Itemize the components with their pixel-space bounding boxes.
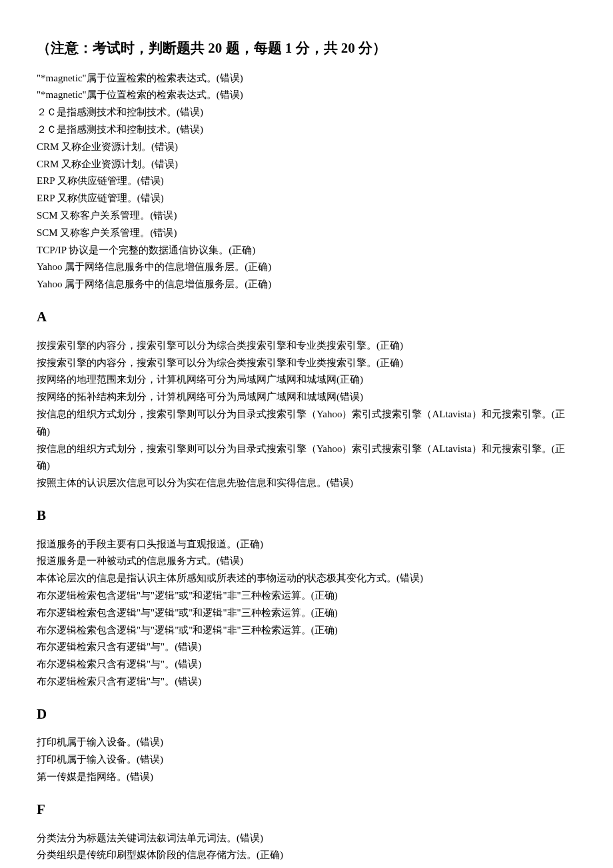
question-line: 布尔逻辑检索只含有逻辑"与"。(错误) [37,656,576,673]
intro-line: CRM 又称企业资源计划。(错误) [37,139,576,156]
intro-line: ERP 又称供应链管理。(错误) [37,190,576,207]
question-line: 报道服务是一种被动式的信息服务方式。(错误) [37,553,576,570]
question-line: 布尔逻辑检索只含有逻辑"与"。(错误) [37,673,576,691]
question-line: 按搜索引擎的内容分，搜索引擎可以分为综合类搜索引擎和专业类搜索引擎。(正确) [37,337,576,355]
intro-line: "*magnetic"属于位置检索的检索表达式。(错误) [37,87,576,104]
section-heading: B [37,504,576,528]
question-line: 按网络的拓补结构来划分，计算机网络可分为局域网广域网和城域网(错误) [37,389,576,406]
intro-line: CRM 又称企业资源计划。(错误) [37,156,576,173]
question-line: 按搜索引擎的内容分，搜索引擎可以分为综合类搜索引擎和专业类搜索引擎。(正确) [37,355,576,372]
intro-line: ２Ｃ是指感测技术和控制技术。(错误) [37,104,576,121]
intro-line: TCP/IP 协议是一个完整的数据通信协议集。(正确) [37,242,576,259]
question-line: 布尔逻辑检索包含逻辑"与"逻辑"或"和逻辑"非"三种检索运算。(正确) [37,605,576,622]
question-line: 布尔逻辑检索只含有逻辑"与"。(错误) [37,639,576,656]
question-line: 本体论层次的信息是指认识主体所感知或所表述的事物运动的状态极其变化方式。(错误) [37,570,576,587]
section-heading: D [37,703,576,727]
intro-line: "*magnetic"属于位置检索的检索表达式。(错误) [37,70,576,87]
question-line: 按照主体的认识层次信息可以分为实在信息先验信息和实得信息。(错误) [37,475,576,492]
section-heading: A [37,305,576,329]
section-block: 按搜索引擎的内容分，搜索引擎可以分为综合类搜索引擎和专业类搜索引擎。(正确)按搜… [37,337,576,492]
question-line: 按信息的组织方式划分，搜索引擎则可以分为目录式搜索引擎（Yahoo）索引式搜索引… [37,441,576,475]
section-block: 分类法分为标题法关键词法叙词法单元词法。(错误)分类组织是传统印刷型媒体阶段的信… [37,830,576,865]
question-line: 按信息的组织方式划分，搜索引擎则可以分为目录式搜索引擎（Yahoo）索引式搜索引… [37,406,576,441]
question-line: 打印机属于输入设备。(错误) [37,751,576,769]
question-line: 布尔逻辑检索包含逻辑"与"逻辑"或"和逻辑"非"三种检索运算。(正确) [37,622,576,639]
question-line: 报道服务的手段主要有口头报道与直观报道。(正确) [37,536,576,553]
intro-line: Yahoo 属于网络信息服务中的信息增值服务层。(正确) [37,259,576,276]
page-title: （注意：考试时，判断题共 20 题，每题 1 分，共 20 分） [37,37,576,61]
intro-line: SCM 又称客户关系管理。(错误) [37,207,576,225]
question-line: 布尔逻辑检索包含逻辑"与"逻辑"或"和逻辑"非"三种检索运算。(正确) [37,587,576,605]
intro-line: Yahoo 属于网络信息服务中的信息增值服务层。(正确) [37,276,576,293]
question-line: 打印机属于输入设备。(错误) [37,734,576,751]
section-block: 打印机属于输入设备。(错误)打印机属于输入设备。(错误)第一传媒是指网络。(错误… [37,734,576,785]
intro-block: "*magnetic"属于位置检索的检索表达式。(错误)"*magnetic"属… [37,70,576,293]
question-line: 第一传媒是指网络。(错误) [37,769,576,786]
question-line: 按网络的地理范围来划分，计算机网络可分为局域网广域网和城域网(正确) [37,371,576,389]
intro-line: ２Ｃ是指感测技术和控制技术。(错误) [37,121,576,139]
section-heading: F [37,798,576,822]
question-line: 分类法分为标题法关键词法叙词法单元词法。(错误) [37,830,576,847]
question-line: 分类组织是传统印刷型媒体阶段的信息存储方法。(正确) [37,847,576,864]
intro-line: ERP 又称供应链管理。(错误) [37,173,576,190]
section-block: 报道服务的手段主要有口头报道与直观报道。(正确)报道服务是一种被动式的信息服务方… [37,536,576,691]
intro-line: SCM 又称客户关系管理。(错误) [37,225,576,242]
